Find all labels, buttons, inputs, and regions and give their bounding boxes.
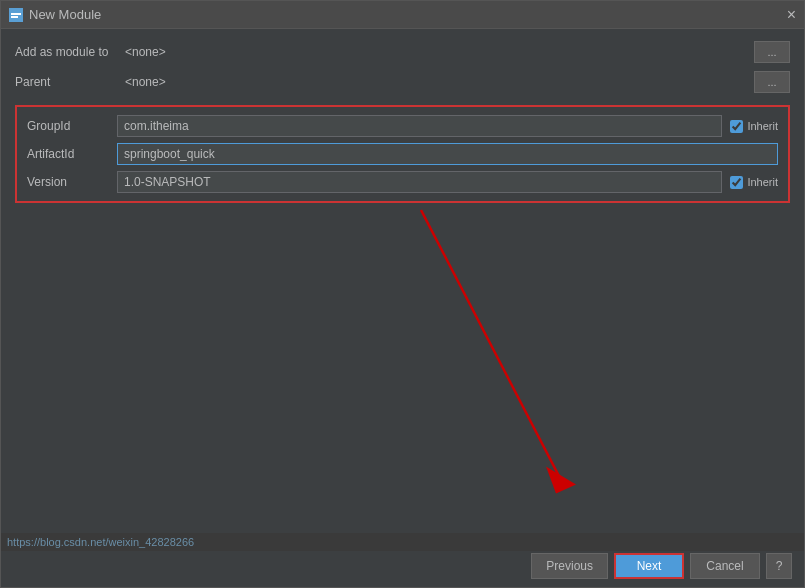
groupid-inherit-checkbox[interactable] (730, 120, 743, 133)
groupid-inherit-label: Inherit (747, 120, 778, 132)
groupid-inherit: Inherit (730, 120, 778, 133)
parent-label: Parent (15, 75, 125, 89)
add-as-module-value: <none> (125, 45, 754, 59)
add-as-module-label: Add as module to (15, 45, 125, 59)
maven-section: GroupId Inherit ArtifactId Version Inher… (15, 105, 790, 203)
dialog-title: New Module (29, 7, 101, 22)
previous-button[interactable]: Previous (531, 553, 608, 579)
dialog-content: Add as module to <none> ... Parent <none… (1, 29, 804, 543)
module-icon (9, 8, 23, 22)
add-as-module-button[interactable]: ... (754, 41, 790, 63)
parent-row: Parent <none> ... (15, 71, 790, 93)
parent-value: <none> (125, 75, 754, 89)
svg-rect-2 (11, 16, 18, 18)
version-inherit-label: Inherit (747, 176, 778, 188)
url-text: https://blog.csdn.net/weixin_42828266 (7, 536, 194, 548)
version-input[interactable] (117, 171, 722, 193)
version-inherit: Inherit (730, 176, 778, 189)
artifactid-row: ArtifactId (27, 143, 778, 165)
svg-rect-1 (11, 13, 21, 15)
title-bar: New Module × (1, 1, 804, 29)
add-as-module-row: Add as module to <none> ... (15, 41, 790, 63)
next-button[interactable]: Next (614, 553, 684, 579)
version-inherit-checkbox[interactable] (730, 176, 743, 189)
close-button[interactable]: × (787, 7, 796, 23)
artifactid-input[interactable] (117, 143, 778, 165)
artifactid-label: ArtifactId (27, 147, 117, 161)
title-bar-left: New Module (9, 7, 101, 22)
parent-button[interactable]: ... (754, 71, 790, 93)
version-row: Version Inherit (27, 171, 778, 193)
cancel-button[interactable]: Cancel (690, 553, 760, 579)
groupid-row: GroupId Inherit (27, 115, 778, 137)
groupid-input[interactable] (117, 115, 722, 137)
version-label: Version (27, 175, 117, 189)
groupid-label: GroupId (27, 119, 117, 133)
url-bar: https://blog.csdn.net/weixin_42828266 (1, 533, 804, 551)
new-module-dialog: New Module × Add as module to <none> ...… (0, 0, 805, 588)
help-button[interactable]: ? (766, 553, 792, 579)
